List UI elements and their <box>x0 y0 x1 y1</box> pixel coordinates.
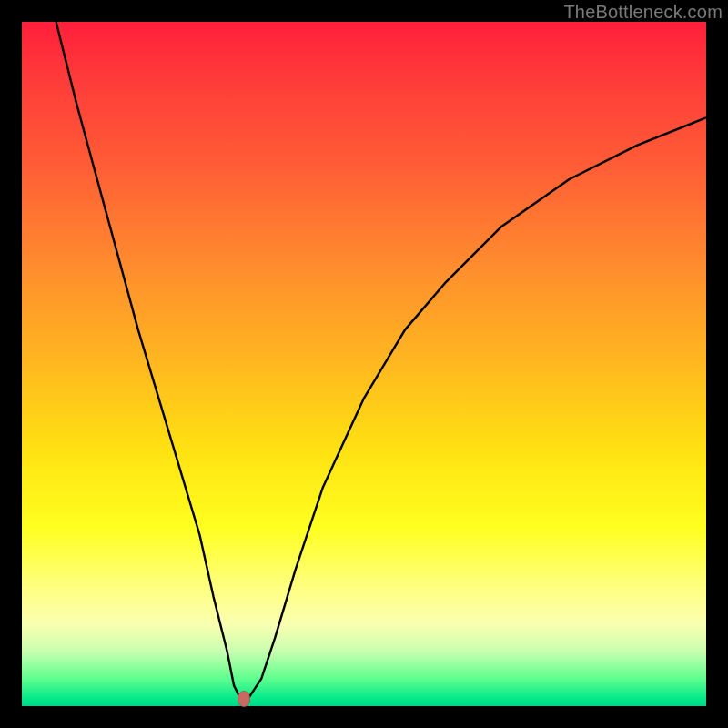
chart-frame: TheBottleneck.com <box>0 0 728 728</box>
plot-area <box>22 22 706 706</box>
curve-layer <box>22 22 706 706</box>
watermark-text: TheBottleneck.com <box>563 2 723 23</box>
bottleneck-curve <box>56 22 706 700</box>
